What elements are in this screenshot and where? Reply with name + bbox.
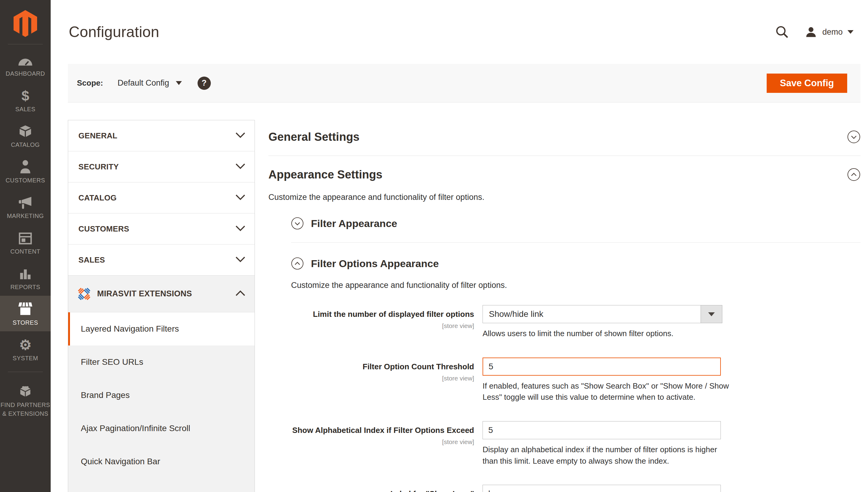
section-title: General Settings	[268, 130, 360, 144]
section-divider	[268, 155, 861, 156]
nav-section-customers[interactable]: CUSTOMERS	[68, 214, 255, 245]
sidebar-item-stores[interactable]: STORES	[0, 296, 51, 331]
field-label: Label for "Show Less" [store view]	[291, 485, 474, 492]
content-icon	[18, 230, 32, 245]
field-help-text: Allows users to limit the number of show…	[483, 328, 730, 340]
limit-display-mode-select[interactable]: Show/hide link	[483, 305, 722, 323]
scope-help-icon[interactable]: ?	[197, 77, 211, 90]
chevron-down-icon	[847, 30, 853, 34]
nav-item-quick-navigation-bar[interactable]: Quick Navigation Bar	[68, 445, 255, 478]
collapse-toggle-chevron-up-icon[interactable]	[847, 168, 861, 181]
sidebar-item-label: CONTENT	[10, 248, 40, 255]
collapse-toggle-chevron-down-icon[interactable]	[847, 130, 861, 144]
sidebar-item-reports[interactable]: REPORTS	[0, 260, 51, 296]
field-label: Filter Option Count Threshold [store vie…	[291, 358, 474, 383]
nav-section-label: CATALOG	[78, 193, 117, 203]
user-name: demo	[822, 27, 843, 37]
nav-item-ajax-pagination[interactable]: Ajax Pagination/Infinite Scroll	[68, 412, 255, 445]
sidebar-item-content[interactable]: CONTENT	[0, 225, 51, 260]
appearance-settings-subtitle: Customize the appearance and functionali…	[268, 193, 861, 202]
field-cell: If enabled, features such as "Show Searc…	[483, 358, 730, 403]
sidebar-item-label: REPORTS	[10, 284, 40, 291]
save-config-button[interactable]: Save Config	[767, 74, 847, 93]
page-title: Configuration	[69, 23, 159, 41]
sidebar-menu: DASHBOARD $ SALES CATALOG CUSTOMERS MARK…	[0, 47, 51, 417]
sidebar-item-label: STORES	[13, 319, 38, 326]
field-label-text: Label for "Show Less"	[391, 489, 474, 492]
sidebar-item-label: & EXTENSIONS	[2, 410, 49, 417]
chevron-down-icon	[235, 163, 245, 171]
sidebar-item-marketing[interactable]: MARKETING	[0, 189, 51, 225]
filter-appearance-header[interactable]: Filter Appearance	[291, 217, 861, 230]
subsection-title: Filter Appearance	[311, 218, 397, 229]
nav-section-label: CUSTOMERS	[78, 224, 129, 233]
field-label-text: Filter Option Count Threshold	[363, 362, 474, 371]
nav-section-general[interactable]: GENERAL	[68, 120, 255, 151]
sidebar-item-customers[interactable]: CUSTOMERS	[0, 153, 51, 189]
sidebar-item-label: SALES	[16, 105, 35, 113]
form-row-limit-display-mode: Limit the number of displayed filter opt…	[291, 305, 861, 340]
chevron-down-icon	[708, 312, 715, 316]
customers-icon	[19, 159, 32, 174]
scope-toolbar: Scope: Default Config ? Save Config	[68, 64, 861, 102]
field-scope-note: [store view]	[291, 438, 474, 446]
extensions-brick-icon	[18, 384, 33, 398]
catalog-icon	[18, 123, 32, 139]
nav-item-brand-pages[interactable]: Brand Pages	[68, 379, 255, 412]
marketing-icon	[18, 194, 33, 210]
nav-section-label: MIRASVIT EXTENSIONS	[97, 289, 192, 298]
main-area: Configuration demo Scope: Default Config…	[51, 0, 868, 492]
nav-item-filter-seo-urls[interactable]: Filter SEO URLs	[68, 345, 255, 379]
sidebar-item-find-partners[interactable]: FIND PARTNERS & EXTENSIONS	[0, 377, 51, 417]
field-label: Show Alphabetical Index if Filter Option…	[291, 421, 474, 446]
sidebar-divider	[8, 44, 43, 44]
field-cell: Display an alphabetical index if the num…	[483, 421, 730, 467]
sidebar-item-system[interactable]: ⚙ SYSTEM	[0, 331, 51, 367]
chevron-down-icon	[176, 81, 182, 85]
nav-item-layered-navigation-filters[interactable]: Layered Navigation Filters	[68, 312, 255, 345]
reports-icon	[18, 266, 32, 281]
sidebar-item-dashboard[interactable]: DASHBOARD	[0, 47, 51, 82]
form-row-alphabetical-index: Show Alphabetical Index if Filter Option…	[291, 421, 861, 467]
scope-switcher[interactable]: Default Config	[118, 78, 182, 88]
dashboard-icon	[18, 52, 33, 67]
magento-logo-icon	[14, 10, 37, 37]
admin-sidebar: DASHBOARD $ SALES CATALOG CUSTOMERS MARK…	[0, 0, 51, 492]
filter-options-appearance-section: Filter Options Appearance Customize the …	[291, 257, 861, 492]
nav-section-mirasvit-extensions[interactable]: MIRASVIT EXTENSIONS	[68, 275, 255, 312]
config-body: GENERAL SECURITY CATALOG CUSTOMERS	[68, 120, 861, 492]
user-menu[interactable]: demo	[805, 26, 853, 38]
chevron-down-icon	[235, 194, 245, 202]
field-scope-note: [store view]	[291, 322, 474, 330]
nav-section-sales[interactable]: SALES	[68, 245, 255, 275]
select-value[interactable]: Show/hide link	[483, 305, 701, 323]
nav-section-label: SECURITY	[78, 162, 119, 172]
select-dropdown-button[interactable]	[701, 305, 722, 323]
collapse-toggle-chevron-up-icon[interactable]	[291, 257, 304, 270]
chevron-down-icon	[235, 132, 245, 140]
sidebar-item-label: CATALOG	[11, 141, 40, 148]
nav-subitems: Layered Navigation Filters Filter SEO UR…	[68, 312, 255, 492]
field-cell	[483, 485, 730, 492]
sidebar-item-catalog[interactable]: CATALOG	[0, 118, 51, 153]
sidebar-item-label: SYSTEM	[13, 354, 38, 362]
nav-section-catalog[interactable]: CATALOG	[68, 182, 255, 214]
search-icon[interactable]	[775, 25, 789, 39]
page-header: Configuration demo	[51, 0, 868, 64]
magento-logo[interactable]	[0, 0, 51, 44]
collapse-toggle-chevron-down-icon[interactable]	[291, 217, 304, 230]
alphabetical-index-input[interactable]	[483, 421, 721, 439]
count-threshold-input[interactable]	[483, 358, 721, 376]
filter-options-appearance-header[interactable]: Filter Options Appearance	[291, 257, 861, 270]
filter-appearance-section: Filter Appearance	[291, 217, 861, 243]
chevron-down-icon	[235, 256, 245, 264]
stores-icon	[18, 301, 33, 316]
mirasvit-logo-icon	[77, 287, 91, 301]
field-help-text: If enabled, features such as "Show Searc…	[483, 380, 730, 403]
chevron-down-icon	[235, 225, 245, 233]
nav-section-security[interactable]: SECURITY	[68, 151, 255, 182]
sales-icon: $	[21, 88, 29, 103]
show-less-label-input[interactable]	[483, 485, 721, 492]
sidebar-item-sales[interactable]: $ SALES	[0, 82, 51, 118]
field-help-text: Display an alphabetical index if the num…	[483, 444, 730, 467]
